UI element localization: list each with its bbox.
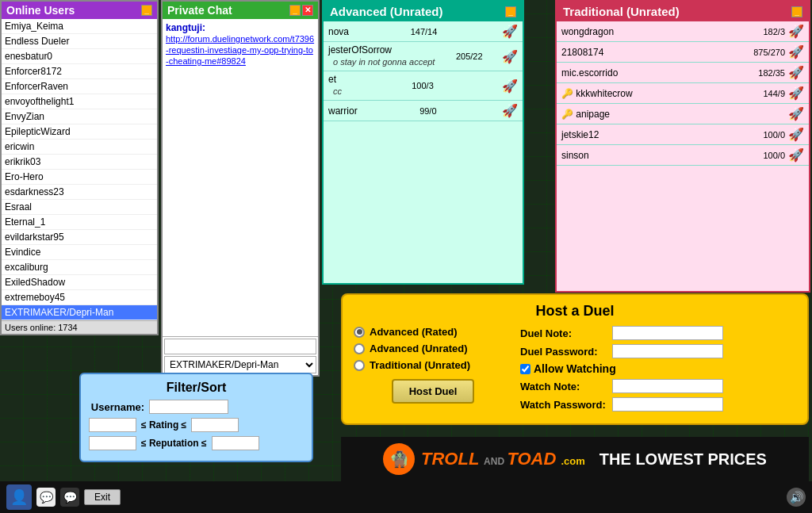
troll-toad-logo: TROLL AND TOAD .com [421,449,585,469]
online-users-minimize-btn[interactable]: _ [141,5,152,16]
duel-password-row: Duel Password: [520,344,796,358]
host-duel-fields: Duel Note: Duel Password: Allow Watching… [520,326,796,415]
duel-item[interactable]: 🔑 anipage 🚀 [557,104,809,124]
reputation-filter-row: ≤ Reputation ≤ [89,436,304,450]
duel-item[interactable]: warrior 99/0 🚀 [324,101,523,121]
private-chat-minimize-btn[interactable]: _ [289,5,301,16]
private-chat-close-btn[interactable]: ✕ [302,5,313,16]
sound-button[interactable]: 🔊 [787,488,806,507]
radio-advanced-rated[interactable] [354,327,365,338]
bottom-bar: 👤 💬 💬 Exit 🔊 [0,481,812,513]
host-option-advanced-rated[interactable]: Advanced (Rated) [354,326,512,338]
host-duel-body: Advanced (Rated) Advanced (Unrated) Trad… [354,326,796,415]
chat-input[interactable] [164,339,316,354]
user-item[interactable]: Eternal_1 [2,215,157,230]
traditional-unrated-minimize-btn[interactable]: _ [791,6,802,17]
duel-item[interactable]: jesterOfSorrow o stay in not gonna accep… [324,42,523,71]
duel-note-label: Duel Note: [520,327,607,339]
user-item[interactable]: ExiledShadow [2,275,157,290]
traditional-unrated-panel: Traditional (Unrated) _ wongdragon 182/3… [555,0,810,293]
traditional-unrated-title: Traditional (Unrated) [563,5,680,18]
chat-message: kangtuji:http://forum.duelingnetwork.com… [166,22,315,67]
watch-password-input[interactable] [612,397,723,412]
host-duel-title: Host a Duel [354,303,796,320]
user-item[interactable]: extremeboy45 [2,290,157,305]
chat-bubble-2[interactable]: 💬 [60,488,79,507]
chat-messages: kangtuji:http://forum.duelingnetwork.com… [163,19,318,336]
chat-input-area: EXTRIMAKER/Depri-Man [163,336,318,375]
duel-item[interactable]: 🔑 kkkwhitecrow 144/9 🚀 [557,83,809,104]
filter-sort-title: Filter/Sort [89,381,304,395]
host-option-traditional-unrated[interactable]: Traditional (Unrated) [354,359,512,371]
duel-item[interactable]: jetskie12 100/0 🚀 [557,124,809,145]
user-item[interactable]: EpilepticWizard [2,124,157,140]
user-item[interactable]: Emiya_Keima [2,19,157,34]
host-duel-options: Advanced (Rated) Advanced (Unrated) Trad… [354,326,512,415]
user-item[interactable]: Evindice [2,245,157,260]
host-duel-panel: Host a Duel Advanced (Rated) Advanced (U… [341,293,809,425]
host-option-traditional-unrated-label: Traditional (Unrated) [370,359,470,371]
reputation-min-input[interactable] [89,436,136,450]
user-item[interactable]: Esraal [2,200,157,215]
advanced-duel-list: nova 147/14 🚀 jesterOfSorrow o stay in n… [324,21,523,283]
allow-watching-row: Allow Watching [520,362,796,375]
online-users-panel: Online Users _ Emiya_KeimaEndless Dueler… [0,0,159,335]
watch-password-label: Watch Password: [520,399,607,411]
username-filter-row: Username: [89,400,304,414]
host-option-advanced-unrated[interactable]: Advanced (Unrated) [354,343,512,354]
user-item[interactable]: EXTRIMAKER/Depri-Man [2,305,157,320]
radio-advanced-unrated[interactable] [354,343,365,354]
traditional-duel-list: wongdragon 182/3 🚀 21808174 875/270 🚀 mi… [557,21,809,291]
avatar-icon: 👤 [6,484,32,510]
watch-note-input[interactable] [612,379,723,393]
user-item[interactable]: Enforcer8172 [2,64,157,79]
duel-note-row: Duel Note: [520,326,796,340]
duel-item[interactable]: et cc 100/3 🚀 [324,71,523,101]
rating-min-input[interactable] [89,418,136,432]
duel-item[interactable]: sinson 100/0 🚀 [557,145,809,166]
user-item[interactable]: excaliburg [2,260,157,275]
user-item[interactable]: Ero-Hero [2,170,157,185]
watch-password-row: Watch Password: [520,397,796,412]
chat-bubble-1[interactable]: 💬 [36,488,56,507]
allow-watching-checkbox[interactable] [520,364,530,374]
private-chat-header: Private Chat _ ✕ [163,2,318,19]
user-item[interactable]: erikrik03 [2,155,157,170]
troll-toad-banner: 🧌 TROLL AND TOAD .com THE LOWEST PRICES [341,437,809,481]
rating-filter-label: ≤ Rating ≤ [141,419,186,431]
user-item[interactable]: EnvyZian [2,109,157,124]
user-item[interactable]: EnforcerRaven [2,79,157,94]
user-item[interactable]: evildarkstar95 [2,230,157,245]
online-users-title: Online Users [6,4,75,17]
duel-note-input[interactable] [612,326,723,340]
duel-password-input[interactable] [612,344,723,358]
user-item[interactable]: enesbatur0 [2,49,157,64]
troll-toad-tagline: THE LOWEST PRICES [599,450,767,469]
watch-note-row: Watch Note: [520,379,796,393]
chat-user-select[interactable]: EXTRIMAKER/Depri-Man [164,356,316,373]
user-item[interactable]: envoyofthelight1 [2,94,157,109]
reputation-max-input[interactable] [212,436,259,450]
filter-sort-panel: Filter/Sort Username: ≤ Rating ≤ ≤ Reput… [79,373,313,462]
username-filter-input[interactable] [149,400,228,414]
users-online-count: Users online: 1734 [2,320,157,334]
user-item[interactable]: Endless Dueler [2,34,157,49]
exit-button[interactable]: Exit [84,489,121,505]
username-filter-label: Username: [89,401,144,413]
user-item[interactable]: ericwin [2,140,157,155]
duel-item[interactable]: mic.escorrido 182/35 🚀 [557,63,809,83]
duel-item[interactable]: wongdragon 182/3 🚀 [557,21,809,42]
advanced-unrated-minimize-btn[interactable]: _ [505,6,516,17]
duel-item[interactable]: 21808174 875/270 🚀 [557,42,809,63]
private-chat-panel: Private Chat _ ✕ kangtuji:http://forum.d… [161,0,320,377]
traditional-unrated-header: Traditional (Unrated) _ [557,2,809,21]
host-duel-button[interactable]: Host Duel [392,379,475,404]
private-chat-header-btns: _ ✕ [289,5,313,16]
radio-traditional-unrated[interactable] [354,360,365,371]
reputation-filter-label: ≤ Reputation ≤ [141,438,207,449]
duel-item[interactable]: nova 147/14 🚀 [324,21,523,42]
private-chat-title: Private Chat [167,4,232,17]
host-option-advanced-rated-label: Advanced (Rated) [370,326,458,338]
user-item[interactable]: esdarkness23 [2,185,157,200]
rating-max-input[interactable] [191,418,239,432]
